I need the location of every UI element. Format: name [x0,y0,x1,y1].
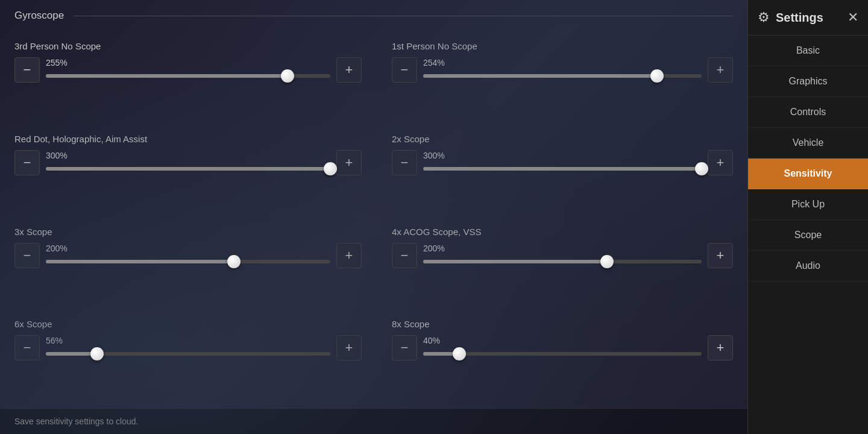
slider-plus-1st-person-no-scope[interactable]: + [708,57,733,83]
sidebar: ⚙ Settings ✕ BasicGraphicsControlsVehicl… [747,0,868,434]
slider-plus-3x-scope[interactable]: + [336,243,362,268]
slider-container-4x-acog: 200% [423,244,702,268]
slider-plus-2x-scope[interactable]: + [708,150,733,175]
slider-track-wrapper-3rd-person-no-scope[interactable] [46,70,330,82]
slider-track-wrapper-6x-scope[interactable] [46,348,330,360]
slider-row-red-dot: −300%+ [14,150,362,175]
slider-container-6x-scope: 56% [46,336,330,360]
slider-section-2x-scope: 2x Scope−300%+ [374,125,733,218]
close-button[interactable]: ✕ [848,10,858,25]
slider-row-2x-scope: −300%+ [392,150,733,175]
slider-minus-4x-acog[interactable]: − [392,243,417,268]
nav-item-controls[interactable]: Controls [748,97,868,128]
slider-track-wrapper-1st-person-no-scope[interactable] [423,70,702,82]
gyroscope-divider [74,16,733,16]
slider-row-3x-scope: −200%+ [14,243,362,268]
slider-row-3rd-person-no-scope: −255%+ [14,57,362,83]
slider-label-3x-scope: 3x Scope [14,227,362,237]
slider-section-3rd-person-no-scope: 3rd Person No Scope−255%+ [14,33,374,125]
slider-value-red-dot: 300% [46,151,330,160]
nav-item-audio[interactable]: Audio [748,251,868,281]
slider-section-1st-person-no-scope: 1st Person No Scope−254%+ [374,33,733,125]
slider-minus-6x-scope[interactable]: − [14,335,40,360]
nav-item-pickup[interactable]: Pick Up [748,189,868,220]
slider-track-2x-scope [423,167,702,171]
slider-section-red-dot: Red Dot, Holographic, Aim Assist−300%+ [14,125,374,218]
slider-value-1st-person-no-scope: 254% [423,58,702,68]
footer-text: Save sensitivity settings to cloud. [14,417,138,426]
slider-plus-3rd-person-no-scope[interactable]: + [336,57,362,83]
gyroscope-title: Gyroscope [14,10,64,22]
footer-bar: Save sensitivity settings to cloud. [0,408,747,434]
slider-track-wrapper-red-dot[interactable] [46,163,330,175]
slider-plus-8x-scope[interactable]: + [708,335,733,360]
slider-thumb-2x-scope[interactable] [695,162,708,175]
slider-value-2x-scope: 300% [423,151,702,160]
slider-container-2x-scope: 300% [423,151,702,175]
nav-item-basic[interactable]: Basic [748,36,868,66]
slider-row-4x-acog: −200%+ [392,243,733,268]
slider-thumb-4x-acog[interactable] [600,255,614,268]
slider-label-2x-scope: 2x Scope [392,134,733,144]
slider-label-4x-acog: 4x ACOG Scope, VSS [392,227,733,237]
slider-minus-2x-scope[interactable]: − [392,150,417,175]
slider-row-6x-scope: −56%+ [14,335,362,360]
slider-track-wrapper-8x-scope[interactable] [423,348,702,360]
slider-section-4x-acog: 4x ACOG Scope, VSS−200%+ [374,218,733,311]
slider-container-3rd-person-no-scope: 255% [46,58,330,82]
slider-track-wrapper-3x-scope[interactable] [46,256,330,268]
slider-section-6x-scope: 6x Scope−56%+ [14,310,374,403]
slider-minus-3x-scope[interactable]: − [14,243,40,268]
slider-label-red-dot: Red Dot, Holographic, Aim Assist [14,134,362,144]
slider-track-red-dot [46,167,330,171]
slider-track-1st-person-no-scope [423,74,702,78]
settings-title-group: ⚙ Settings [758,10,823,25]
slider-minus-red-dot[interactable]: − [14,150,40,175]
slider-track-3x-scope [46,260,330,263]
slider-thumb-3x-scope[interactable] [227,255,241,268]
slider-label-1st-person-no-scope: 1st Person No Scope [392,41,733,51]
slider-section-3x-scope: 3x Scope−200%+ [14,218,374,311]
slider-value-8x-scope: 40% [423,336,702,345]
slider-track-4x-acog [423,260,702,263]
slider-minus-3rd-person-no-scope[interactable]: − [14,57,40,83]
settings-title: Settings [776,11,823,25]
slider-value-4x-acog: 200% [423,244,702,253]
nav-item-graphics[interactable]: Graphics [748,66,868,97]
slider-track-wrapper-2x-scope[interactable] [423,163,702,175]
slider-container-8x-scope: 40% [423,336,702,360]
sidebar-header: ⚙ Settings ✕ [748,0,868,36]
slider-section-8x-scope: 8x Scope−40%+ [374,310,733,403]
slider-plus-6x-scope[interactable]: + [336,335,362,360]
slider-container-red-dot: 300% [46,151,330,175]
slider-value-3x-scope: 200% [46,244,330,253]
nav-item-sensitivity[interactable]: Sensitivity [748,159,868,189]
slider-container-1st-person-no-scope: 254% [423,58,702,82]
slider-thumb-1st-person-no-scope[interactable] [650,69,664,83]
slider-row-8x-scope: −40%+ [392,335,733,360]
slider-track-6x-scope [46,352,330,356]
slider-thumb-3rd-person-no-scope[interactable] [281,69,294,83]
slider-track-3rd-person-no-scope [46,74,330,78]
slider-container-3x-scope: 200% [46,244,330,268]
nav-items: BasicGraphicsControlsVehicleSensitivityP… [748,36,868,434]
slider-label-8x-scope: 8x Scope [392,319,733,329]
content-area: Gyroscope 3rd Person No Scope−255%+1st P… [0,0,747,434]
slider-thumb-8x-scope[interactable] [453,347,466,360]
slider-track-wrapper-4x-acog[interactable] [423,256,702,268]
slider-thumb-red-dot[interactable] [324,162,337,175]
slider-track-8x-scope [423,352,702,356]
sliders-grid: 3rd Person No Scope−255%+1st Person No S… [0,28,747,408]
nav-item-vehicle[interactable]: Vehicle [748,128,868,159]
nav-item-scope[interactable]: Scope [748,220,868,251]
slider-minus-8x-scope[interactable]: − [392,335,417,360]
main-container: Gyroscope 3rd Person No Scope−255%+1st P… [0,0,868,434]
slider-plus-4x-acog[interactable]: + [708,243,733,268]
slider-plus-red-dot[interactable]: + [336,150,362,175]
slider-label-6x-scope: 6x Scope [14,319,362,329]
gear-icon: ⚙ [758,10,770,25]
slider-minus-1st-person-no-scope[interactable]: − [392,57,417,83]
slider-label-3rd-person-no-scope: 3rd Person No Scope [14,41,362,51]
slider-row-1st-person-no-scope: −254%+ [392,57,733,83]
slider-thumb-6x-scope[interactable] [90,347,104,360]
